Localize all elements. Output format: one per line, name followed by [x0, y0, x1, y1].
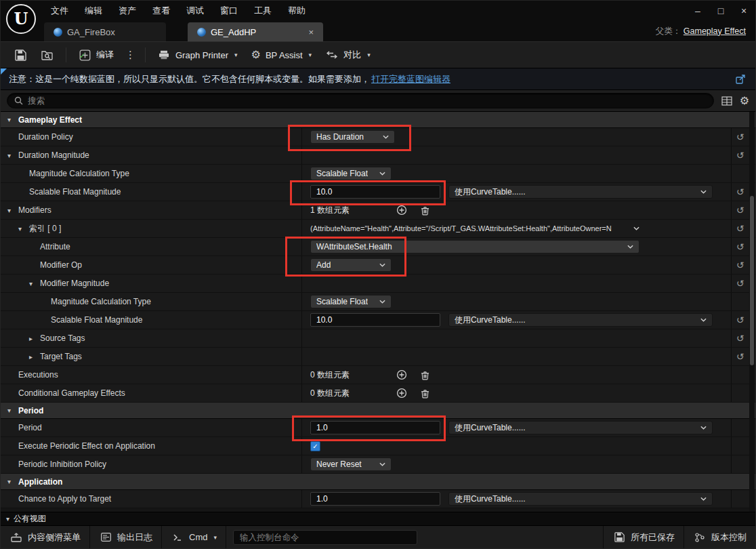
expander-expanded-icon[interactable]: ▾	[18, 225, 29, 232]
expander-expanded-icon[interactable]: ▾	[7, 116, 18, 123]
revert-to-default-icon[interactable]: ↺	[736, 131, 744, 142]
menu-tools[interactable]: 工具	[246, 1, 280, 20]
revert-to-default-icon[interactable]: ↺	[736, 314, 744, 325]
property-row[interactable]: Magnitude Calculation TypeScalable Float	[1, 165, 755, 183]
maximize-icon[interactable]: □	[709, 1, 732, 20]
category-row[interactable]: ▾Period	[1, 403, 755, 419]
value-input[interactable]: 10.0	[310, 313, 440, 327]
tab-ge-addhp[interactable]: GE_AddHP ×	[188, 22, 323, 41]
menu-edit[interactable]: 编辑	[77, 1, 110, 20]
open-in-new-icon[interactable]	[734, 73, 747, 86]
add-element-icon[interactable]	[394, 203, 409, 218]
compile-button[interactable]: ✓ 编译	[72, 43, 120, 66]
open-full-blueprint-editor-link[interactable]: 打开完整蓝图编辑器	[371, 73, 450, 85]
tab-close-icon[interactable]: ×	[308, 27, 314, 37]
property-row[interactable]: ▾索引 [ 0 ](AttributeName="Health",Attribu…	[1, 220, 755, 238]
browse-button[interactable]	[35, 43, 60, 66]
revert-to-default-icon[interactable]: ↺	[736, 241, 744, 252]
expander-expanded-icon[interactable]: ▾	[29, 280, 40, 287]
expander-expanded-icon[interactable]: ▾	[7, 407, 18, 414]
curve-table-dropdown[interactable]: 使用CurveTable......	[448, 492, 713, 506]
search-box[interactable]	[7, 93, 714, 108]
revert-to-default-icon[interactable]: ↺	[736, 351, 744, 362]
tab-ga-firebox[interactable]: GA_FireBox	[44, 22, 166, 41]
value-input[interactable]: 1.0	[310, 421, 440, 434]
save-button[interactable]	[7, 43, 33, 66]
property-row[interactable]: ▸Target Tags↺	[1, 348, 755, 366]
diff-button[interactable]: 对比 ▾	[319, 43, 377, 66]
curve-table-dropdown[interactable]: 使用CurveTable......	[448, 313, 713, 327]
value-dropdown[interactable]: Scalable Float	[310, 167, 392, 180]
compile-options-icon[interactable]: ⋮	[121, 46, 140, 64]
output-log-button[interactable]: 输出日志	[90, 526, 162, 548]
value-checkbox[interactable]: ✓	[310, 441, 320, 451]
property-row[interactable]: Scalable Float Magnitude10.0使用CurveTable…	[1, 311, 755, 329]
property-row[interactable]: ▾Duration Magnitude↺	[1, 146, 755, 165]
vertical-scrollbar[interactable]	[749, 112, 755, 512]
revert-to-default-icon[interactable]: ↺	[736, 150, 744, 161]
revert-to-default-icon[interactable]: ↺	[736, 333, 744, 344]
property-row[interactable]: Chance to Apply to Target1.0使用CurveTable…	[1, 490, 755, 508]
category-row[interactable]: ▾Application	[1, 474, 755, 490]
menu-asset[interactable]: 资产	[110, 1, 144, 20]
property-row[interactable]: AttributeWAttributeSet.Health↺	[1, 238, 755, 256]
property-row[interactable]: Modifier OpAdd↺	[1, 256, 755, 274]
property-row[interactable]: Conditional Gameplay Effects0 数组元素	[1, 384, 755, 403]
curve-table-dropdown[interactable]: 使用CurveTable......	[448, 421, 713, 434]
search-input[interactable]	[28, 96, 707, 106]
expander-collapsed-icon[interactable]: ▸	[29, 353, 40, 361]
value-input[interactable]: 10.0	[310, 185, 440, 199]
minimize-icon[interactable]: –	[686, 1, 709, 20]
all-saved-button[interactable]: 所有已保存	[603, 526, 684, 548]
add-element-icon[interactable]	[394, 386, 409, 401]
property-row[interactable]: Period1.0使用CurveTable......	[1, 419, 755, 437]
property-row[interactable]: Executions0 数组元素	[1, 366, 755, 384]
property-row[interactable]: Duration PolicyHas Duration↺	[1, 128, 755, 146]
expander-collapsed-icon[interactable]: ▸	[29, 335, 40, 342]
graph-printer-button[interactable]: Graph Printer ▾	[151, 43, 244, 66]
console-command-input[interactable]	[240, 533, 411, 542]
revert-to-default-icon[interactable]: ↺	[736, 186, 744, 197]
display-manager-icon[interactable]	[720, 94, 734, 108]
chevron-down-icon[interactable]	[628, 226, 639, 230]
console-command-box[interactable]	[233, 530, 417, 545]
menu-debug[interactable]: 调试	[178, 1, 212, 20]
cmd-dropdown[interactable]: Cmd ▾	[162, 526, 226, 548]
property-row[interactable]: Execute Periodic Effect on Application✓	[1, 437, 755, 455]
menu-help[interactable]: 帮助	[280, 1, 314, 20]
parent-class-link[interactable]: Gameplay Effect	[684, 26, 746, 36]
delete-elements-icon[interactable]	[417, 367, 432, 382]
public-view-bar[interactable]: ▾ 公有视图	[1, 512, 755, 525]
property-row[interactable]: Scalable Float Magnitude10.0使用CurveTable…	[1, 183, 755, 201]
add-element-icon[interactable]	[394, 367, 409, 382]
content-drawer-button[interactable]: 内容侧滑菜单	[1, 526, 90, 548]
expander-expanded-icon[interactable]: ▾	[7, 207, 18, 214]
delete-elements-icon[interactable]	[417, 203, 432, 218]
value-dropdown[interactable]: Add	[310, 258, 392, 272]
property-row[interactable]: Magnitude Calculation TypeScalable Float	[1, 293, 755, 311]
expander-expanded-icon[interactable]: ▾	[7, 478, 18, 485]
value-dropdown[interactable]: Scalable Float	[310, 295, 392, 308]
value-dropdown[interactable]: Never Reset	[310, 458, 392, 471]
settings-gear-icon[interactable]: ⚙	[740, 96, 749, 106]
bp-assist-button[interactable]: ⚙ BP Assist ▾	[245, 45, 318, 65]
property-row[interactable]: ▾Modifier Magnitude↺	[1, 274, 755, 293]
property-row[interactable]: ▾Modifiers1 数组元素↺	[1, 201, 755, 220]
value-dropdown[interactable]: WAttributeSet.Health	[310, 240, 639, 253]
value-input[interactable]: 1.0	[310, 492, 440, 506]
revert-to-default-icon[interactable]: ↺	[736, 278, 744, 289]
property-row[interactable]: ▸Source Tags↺	[1, 329, 755, 348]
value-dropdown[interactable]: Has Duration	[310, 130, 395, 144]
property-row[interactable]: Periodic Inhibition PolicyNever Reset	[1, 455, 755, 474]
menu-window[interactable]: 窗口	[212, 1, 246, 20]
delete-elements-icon[interactable]	[417, 386, 432, 401]
menu-file[interactable]: 文件	[43, 1, 77, 20]
category-row[interactable]: ▾Gameplay Effect	[1, 112, 755, 128]
close-icon[interactable]: ×	[732, 1, 755, 20]
revert-to-default-icon[interactable]: ↺	[736, 223, 744, 234]
menu-view[interactable]: 查看	[144, 1, 178, 20]
curve-table-dropdown[interactable]: 使用CurveTable......	[448, 185, 713, 199]
version-control-button[interactable]: 版本控制	[684, 526, 755, 548]
scrollbar-thumb[interactable]	[750, 196, 754, 365]
revert-to-default-icon[interactable]: ↺	[736, 260, 744, 270]
